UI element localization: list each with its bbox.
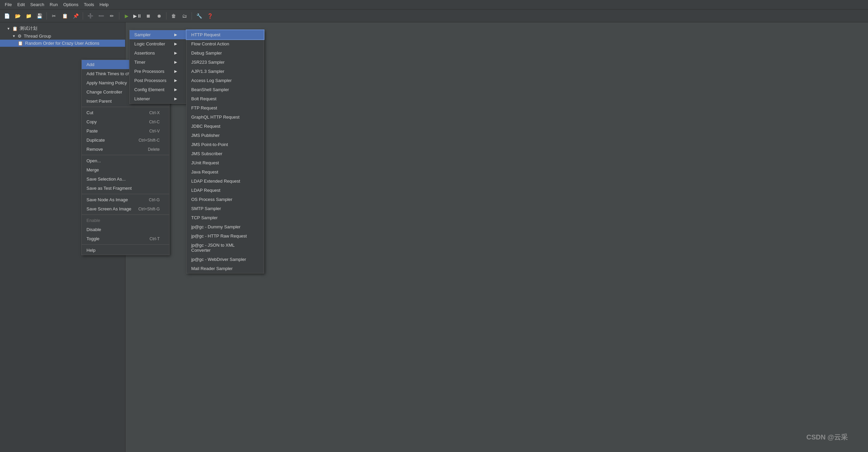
- menu-tools[interactable]: Tools: [81, 1, 97, 8]
- sampler-jpgc-http-raw[interactable]: jp@gc - HTTP Raw Request: [186, 231, 264, 241]
- arrow-icon-pp: ▶: [174, 69, 177, 74]
- menu-sep-5: [82, 244, 169, 245]
- sampler-jpgc-json-xml[interactable]: jp@gc - JSON to XML Converter: [186, 241, 264, 255]
- sampler-beanshell[interactable]: BeanShell Sampler: [186, 85, 264, 94]
- toolbar-open-template[interactable]: 📂: [13, 11, 22, 21]
- submenu-assertions[interactable]: Assertions ▶: [130, 48, 186, 58]
- toolbar-save[interactable]: 💾: [35, 11, 44, 21]
- watermark: CSDN @云采: [806, 433, 848, 442]
- toolbar-paste[interactable]: 📌: [71, 11, 80, 21]
- arrow-icon-s: ▶: [174, 33, 177, 37]
- sampler-ldap[interactable]: LDAP Request: [186, 186, 264, 195]
- arrow-icon-ce: ▶: [174, 87, 177, 92]
- arrow-icon-t: ▶: [174, 60, 177, 64]
- toolbar-sep-1: [46, 12, 47, 20]
- submenu-sampler[interactable]: Sampler ▶: [130, 30, 186, 39]
- toolbar-clear[interactable]: 🗑: [169, 11, 178, 21]
- toolbar-stop[interactable]: ⏹: [143, 11, 153, 21]
- menubar: File Edit Search Run Options Tools Help: [0, 0, 868, 9]
- sampler-tcp[interactable]: TCP Sampler: [186, 213, 264, 222]
- sampler-os-process[interactable]: OS Process Sampler: [186, 195, 264, 204]
- context-menu-merge[interactable]: Merge: [82, 165, 169, 174]
- toolbar-remove[interactable]: ➖: [96, 11, 106, 21]
- toolbar-start-no-pause[interactable]: ▶⏸: [133, 11, 142, 21]
- toolbar-function-helper[interactable]: 🔧: [194, 11, 204, 21]
- sampler-access-log[interactable]: Access Log Sampler: [186, 76, 264, 85]
- submenu-pre-processors[interactable]: Pre Processors ▶: [130, 67, 186, 76]
- context-menu-help[interactable]: Help: [82, 246, 169, 255]
- menu-search[interactable]: Search: [27, 1, 47, 8]
- sampler-jpgc-webdriver[interactable]: jp@gc - WebDriver Sampler: [186, 255, 264, 264]
- context-menu-duplicate[interactable]: Duplicate Ctrl+Shift-C: [82, 136, 169, 145]
- sampler-ldap-extended[interactable]: LDAP Extended Request: [186, 177, 264, 186]
- tree-item-thread-group[interactable]: ▼ ⚙ Thread Group: [0, 33, 125, 40]
- sampler-graphql[interactable]: GraphQL HTTP Request: [186, 112, 264, 122]
- toolbar: 📄 📂 📁 💾 ✂ 📋 📌 ➕ ➖ ✏ ▶ ▶⏸ ⏹ ⏺ 🗑 🗂 🔧 ❓: [0, 9, 868, 22]
- submenu-listener[interactable]: Listener ▶: [130, 94, 186, 103]
- context-menu-save-test-fragment[interactable]: Save as Test Fragment: [82, 184, 169, 193]
- menu-sep-4: [82, 214, 169, 215]
- toolbar-sep-4: [166, 12, 166, 20]
- toolbar-sep-3: [119, 12, 119, 20]
- sampler-mail-reader[interactable]: Mail Reader Sampler: [186, 264, 264, 273]
- sampler-ftp[interactable]: FTP Request: [186, 103, 264, 112]
- sampler-jms-publisher[interactable]: JMS Publisher: [186, 131, 264, 140]
- toolbar-clear-all[interactable]: 🗂: [180, 11, 189, 21]
- tree-item-test-plan[interactable]: ▼ 📋 测试计划: [0, 24, 125, 33]
- menu-edit[interactable]: Edit: [15, 1, 27, 8]
- sampler-jdbc[interactable]: JDBC Request: [186, 122, 264, 131]
- menu-help[interactable]: Help: [97, 1, 112, 8]
- toolbar-copy[interactable]: 📋: [60, 11, 70, 21]
- context-menu-paste[interactable]: Paste Ctrl-V: [82, 126, 169, 136]
- toolbar-pencil[interactable]: ✏: [107, 11, 117, 21]
- menu-options[interactable]: Options: [60, 1, 81, 8]
- context-menu-enable: Enable: [82, 216, 169, 225]
- menu-sep-1: [82, 107, 169, 107]
- context-menu-save-selection[interactable]: Save Selection As...: [82, 174, 169, 184]
- sampler-jms-p2p[interactable]: JMS Point-to-Point: [186, 140, 264, 149]
- toolbar-start[interactable]: ▶: [122, 11, 131, 21]
- submenu-add-wrapper: Sampler ▶ Logic Controller ▶ Assertions …: [129, 30, 187, 104]
- toolbar-shutdown[interactable]: ⏺: [154, 11, 164, 21]
- context-menu-cut[interactable]: Cut Ctrl-X: [82, 108, 169, 117]
- arrow-icon-a: ▶: [174, 51, 177, 55]
- context-menu-save-screen-image[interactable]: Save Screen As Image Ctrl+Shift-G: [82, 204, 169, 213]
- sampler-smtp[interactable]: SMTP Sampler: [186, 204, 264, 213]
- submenu-sampler-list: HTTP Request Flow Control Action Debug S…: [186, 30, 264, 273]
- sampler-http-request[interactable]: HTTP Request: [186, 30, 264, 39]
- toolbar-help[interactable]: ❓: [205, 11, 215, 21]
- toolbar-new[interactable]: 📄: [2, 11, 12, 21]
- submenu-config-element[interactable]: Config Element ▶: [130, 85, 186, 94]
- sampler-java[interactable]: Java Request: [186, 167, 264, 177]
- submenu-logic-controller[interactable]: Logic Controller ▶: [130, 39, 186, 48]
- submenu-post-processors[interactable]: Post Processors ▶: [130, 76, 186, 85]
- context-menu-save-node-image[interactable]: Save Node As Image Ctrl-G: [82, 195, 169, 204]
- sampler-jms-subscriber[interactable]: JMS Subscriber: [186, 149, 264, 158]
- sampler-junit[interactable]: JUnit Request: [186, 158, 264, 167]
- menu-run[interactable]: Run: [47, 1, 61, 8]
- arrow-icon-l: ▶: [174, 97, 177, 101]
- sampler-bolt[interactable]: Bolt Request: [186, 94, 264, 103]
- toolbar-open[interactable]: 📁: [24, 11, 33, 21]
- context-menu-disable[interactable]: Disable: [82, 225, 169, 234]
- arrow-icon-lc: ▶: [174, 42, 177, 46]
- toolbar-sep-2: [83, 12, 83, 20]
- menu-sep-3: [82, 194, 169, 194]
- context-menu-open[interactable]: Open...: [82, 156, 169, 165]
- sampler-debug[interactable]: Debug Sampler: [186, 48, 264, 58]
- sampler-jpgc-dummy[interactable]: jp@gc - Dummy Sampler: [186, 222, 264, 231]
- sampler-ajp[interactable]: AJP/1.3 Sampler: [186, 67, 264, 76]
- submenu-sampler-wrapper: HTTP Request Flow Control Action Debug S…: [186, 30, 264, 273]
- context-menu-remove[interactable]: Remove Delete: [82, 145, 169, 154]
- sampler-flow-control[interactable]: Flow Control Action: [186, 39, 264, 48]
- context-menu-toggle[interactable]: Toggle Ctrl-T: [82, 234, 169, 243]
- menu-file[interactable]: File: [2, 1, 15, 8]
- toolbar-cut[interactable]: ✂: [49, 11, 59, 21]
- toolbar-sep-5: [192, 12, 192, 20]
- toolbar-add[interactable]: ➕: [85, 11, 95, 21]
- tree-item-random-order[interactable]: 📋 Random Order for Crazy User Actions: [0, 40, 125, 47]
- menu-sep-2: [82, 155, 169, 155]
- sampler-jsr223[interactable]: JSR223 Sampler: [186, 58, 264, 67]
- submenu-timer[interactable]: Timer ▶: [130, 58, 186, 67]
- context-menu-copy[interactable]: Copy Ctrl-C: [82, 117, 169, 126]
